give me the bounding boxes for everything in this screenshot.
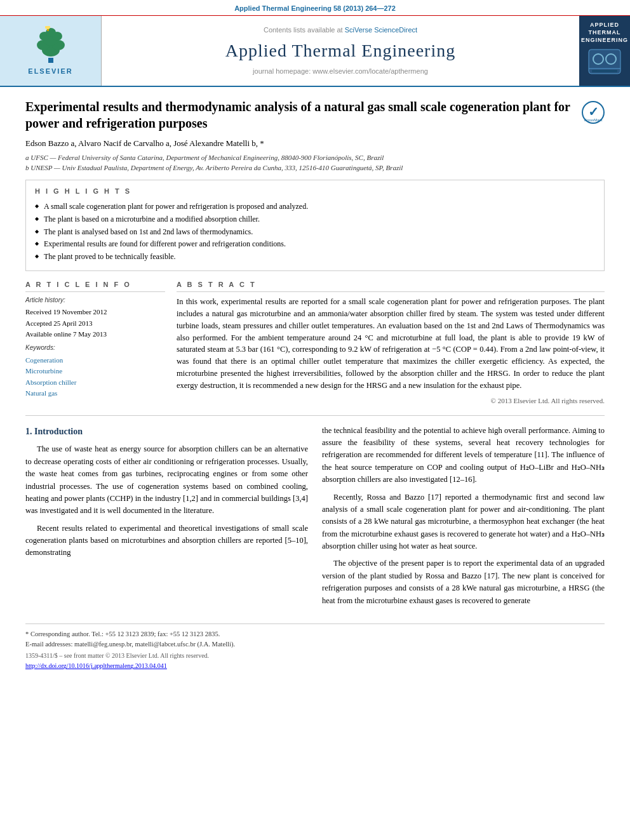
highlight-item: The plant is based on a microturbine and… — [35, 214, 595, 225]
journal-header-center: Contents lists available at SciVerse Sci… — [102, 16, 579, 86]
info-abstract-row: A R T I C L E I N F O Article history: R… — [25, 280, 605, 406]
highlight-item: A small scale cogeneration plant for pow… — [35, 201, 595, 212]
available-date: Available online 7 May 2013 — [25, 330, 165, 339]
section1-right-para1: the technical feasibility and the potent… — [322, 425, 605, 486]
section1-para2: Recent results related to experimental a… — [25, 523, 308, 559]
sciverse-link: Contents lists available at SciVerse Sci… — [264, 25, 417, 35]
journal-ref: Applied Thermal Engineering 58 (2013) 26… — [234, 4, 396, 12]
highlight-item: The plant is analysed based on 1st and 2… — [35, 227, 595, 237]
affil-a: a UFSC — Federal University of Santa Cat… — [25, 152, 605, 163]
body-two-col: 1. Introduction The use of waste heat as… — [25, 425, 605, 612]
received-date: Received 19 November 2012 — [25, 307, 165, 317]
journal-homepage: journal homepage: www.elsevier.com/locat… — [253, 67, 428, 76]
section1-para1: The use of waste heat as energy source f… — [25, 443, 308, 517]
article-info-col: A R T I C L E I N F O Article history: R… — [25, 280, 165, 406]
highlight-item: Experimental results are found for diffe… — [35, 239, 595, 250]
elsevier-logo-block: ELSEVIER — [0, 16, 102, 86]
elsevier-wordmark: ELSEVIER — [28, 67, 72, 76]
sciverse-anchor[interactable]: SciVerse ScienceDirect — [345, 26, 417, 34]
highlights-box: H I G H L I G H T S A small scale cogene… — [25, 180, 605, 271]
issn-line: 1359-4311/$ – see front matter © 2013 El… — [25, 651, 605, 660]
email-note: E-mail addresses: matelli@feg.unesp.br, … — [25, 639, 605, 650]
logo-line3: ENGINEERING — [581, 37, 628, 44]
article-info-label: A R T I C L E I N F O — [25, 280, 165, 292]
body-left-col: 1. Introduction The use of waste heat as… — [25, 425, 308, 612]
page: Applied Thermal Engineering 58 (2013) 26… — [0, 0, 630, 840]
footer-section: * Corresponding author. Tel.: +55 12 312… — [25, 623, 605, 671]
logo-line2: THERMAL — [581, 29, 628, 37]
copyright-line: © 2013 Elsevier Ltd. All rights reserved… — [177, 396, 605, 406]
journal-header: ELSEVIER Contents lists available at Sci… — [0, 16, 630, 87]
crossmark-icon: ✓ CrossMark — [582, 101, 605, 124]
body-right-col: the technical feasibility and the potent… — [322, 425, 605, 612]
article-content: Experimental results and thermodynamic a… — [0, 87, 630, 682]
section-divider — [25, 415, 605, 416]
abstract-label: A B S T R A C T — [177, 280, 605, 292]
doi-line: http://dx.doi.org/10.1016/j.applthermale… — [25, 662, 605, 670]
section1-heading: 1. Introduction — [25, 425, 308, 439]
section1-right-para2: Recently, Rossa and Bazzo [17] reported … — [322, 491, 605, 553]
top-bar: Applied Thermal Engineering 58 (2013) 26… — [0, 0, 630, 16]
history-label: Article history: — [25, 296, 165, 305]
section1-right-para3: The objective of the present paper is to… — [322, 557, 605, 607]
keyword-cogeneration: Cogeneration — [25, 355, 165, 366]
keyword-absorption: Absorption chiller — [25, 377, 165, 389]
logo-line1: APPLIED — [581, 22, 628, 29]
abstract-text: In this work, experimental results are r… — [177, 296, 605, 391]
elsevier-tree-icon — [25, 26, 76, 64]
svg-text:CrossMark: CrossMark — [584, 118, 603, 122]
accepted-date: Accepted 25 April 2013 — [25, 319, 165, 328]
keyword-microturbine: Microturbine — [25, 366, 165, 377]
keywords-label: Keywords: — [25, 343, 165, 352]
affiliations: a UFSC — Federal University of Santa Cat… — [25, 152, 605, 173]
doi-link[interactable]: http://dx.doi.org/10.1016/j.applthermale… — [25, 662, 167, 669]
keyword-naturalgas: Natural gas — [25, 388, 165, 399]
svg-text:✓: ✓ — [588, 105, 599, 119]
svg-rect-14 — [592, 70, 617, 72]
svg-rect-0 — [48, 58, 53, 63]
article-title-row: Experimental results and thermodynamic a… — [25, 98, 605, 131]
highlights-label: H I G H L I G H T S — [35, 187, 595, 196]
journal-logo-right: APPLIED THERMAL ENGINEERING — [579, 16, 630, 86]
journal-logo-icon — [586, 46, 624, 78]
affil-b: b UNESP — Univ Estadual Paulista, Depart… — [25, 163, 605, 173]
journal-title: Applied Thermal Engineering — [225, 38, 455, 63]
abstract-col: A B S T R A C T In this work, experiment… — [177, 280, 605, 406]
corresponding-note: * Corresponding author. Tel.: +55 12 312… — [25, 629, 605, 639]
keywords-list: Cogeneration Microturbine Absorption chi… — [25, 355, 165, 399]
highlight-item: The plant proved to be technically feasi… — [35, 251, 595, 262]
article-title: Experimental results and thermodynamic a… — [25, 98, 575, 131]
highlights-list: A small scale cogeneration plant for pow… — [35, 201, 595, 262]
authors: Edson Bazzo a, Alvaro Nacif de Carvalho … — [25, 138, 605, 149]
